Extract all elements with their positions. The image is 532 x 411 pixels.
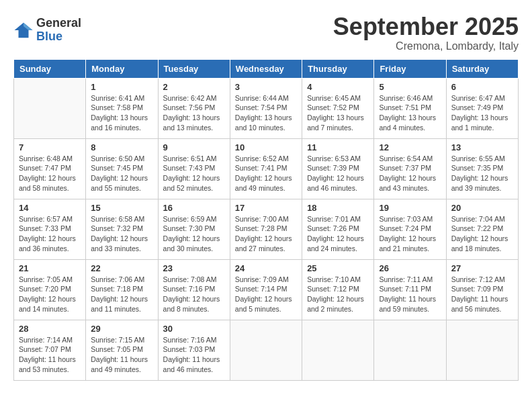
day-info: Sunrise: 7:16 AM Sunset: 7:03 PM Dayligh… [163, 335, 225, 375]
calendar-cell: 23Sunrise: 7:08 AM Sunset: 7:16 PM Dayli… [158, 259, 230, 320]
calendar-cell: 10Sunrise: 6:52 AM Sunset: 7:41 PM Dayli… [230, 138, 302, 199]
day-info: Sunrise: 6:57 AM Sunset: 7:33 PM Dayligh… [19, 214, 81, 254]
day-number: 8 [91, 142, 152, 152]
day-info: Sunrise: 7:11 AM Sunset: 7:11 PM Dayligh… [379, 275, 441, 314]
calendar-cell: 16Sunrise: 6:59 AM Sunset: 7:30 PM Dayli… [158, 199, 230, 259]
day-info: Sunrise: 7:08 AM Sunset: 7:16 PM Dayligh… [163, 275, 225, 314]
calendar-cell [230, 320, 302, 380]
day-info: Sunrise: 7:14 AM Sunset: 7:07 PM Dayligh… [19, 335, 81, 375]
day-number: 18 [307, 203, 369, 213]
calendar-cell: 20Sunrise: 7:04 AM Sunset: 7:22 PM Dayli… [446, 199, 518, 259]
header-row: SundayMondayTuesdayWednesdayThursdayFrid… [14, 59, 519, 78]
day-number: 3 [235, 82, 297, 92]
calendar-cell: 4Sunrise: 6:45 AM Sunset: 7:52 PM Daylig… [302, 78, 374, 138]
day-number: 21 [19, 263, 81, 273]
weekday-header-sunday: Sunday [14, 59, 86, 78]
day-number: 25 [307, 263, 369, 273]
calendar-cell: 9Sunrise: 6:51 AM Sunset: 7:43 PM Daylig… [158, 138, 230, 199]
day-info: Sunrise: 7:09 AM Sunset: 7:14 PM Dayligh… [235, 275, 297, 314]
weekday-header-friday: Friday [374, 59, 446, 78]
day-number: 28 [19, 324, 81, 334]
day-info: Sunrise: 7:00 AM Sunset: 7:28 PM Dayligh… [235, 214, 297, 254]
day-info: Sunrise: 6:58 AM Sunset: 7:32 PM Dayligh… [91, 214, 152, 254]
day-number: 6 [451, 82, 513, 92]
day-number: 20 [451, 203, 513, 213]
day-number: 9 [163, 142, 225, 152]
day-number: 30 [163, 324, 225, 334]
day-number: 23 [163, 263, 225, 273]
day-number: 29 [91, 324, 152, 334]
calendar-cell: 15Sunrise: 6:58 AM Sunset: 7:32 PM Dayli… [86, 199, 158, 259]
title-section: September 2025 Cremona, Lombardy, Italy [333, 13, 519, 52]
day-info: Sunrise: 6:51 AM Sunset: 7:43 PM Dayligh… [163, 154, 225, 193]
page-header: General Blue September 2025 Cremona, Lom… [13, 13, 519, 52]
day-number: 12 [379, 142, 441, 152]
day-info: Sunrise: 7:05 AM Sunset: 7:20 PM Dayligh… [19, 275, 81, 314]
day-info: Sunrise: 7:12 AM Sunset: 7:09 PM Dayligh… [451, 275, 513, 314]
day-number: 26 [379, 263, 441, 273]
day-number: 10 [235, 142, 297, 152]
calendar-cell: 22Sunrise: 7:06 AM Sunset: 7:18 PM Dayli… [86, 259, 158, 320]
weekday-header-saturday: Saturday [446, 59, 518, 78]
day-info: Sunrise: 6:41 AM Sunset: 7:58 PM Dayligh… [91, 93, 152, 133]
day-number: 15 [91, 203, 152, 213]
calendar-cell: 13Sunrise: 6:55 AM Sunset: 7:35 PM Dayli… [446, 138, 518, 199]
day-number: 2 [163, 82, 225, 92]
calendar-cell: 1Sunrise: 6:41 AM Sunset: 7:58 PM Daylig… [86, 78, 158, 138]
day-number: 5 [379, 82, 441, 92]
calendar-cell [446, 320, 518, 380]
calendar-cell: 6Sunrise: 6:47 AM Sunset: 7:49 PM Daylig… [446, 78, 518, 138]
day-info: Sunrise: 7:15 AM Sunset: 7:05 PM Dayligh… [91, 335, 152, 375]
weekday-header-wednesday: Wednesday [230, 59, 302, 78]
logo: General Blue [13, 17, 81, 44]
calendar-cell [374, 320, 446, 380]
day-info: Sunrise: 6:55 AM Sunset: 7:35 PM Dayligh… [451, 154, 513, 193]
calendar-cell: 29Sunrise: 7:15 AM Sunset: 7:05 PM Dayli… [86, 320, 158, 380]
calendar-body: 1Sunrise: 6:41 AM Sunset: 7:58 PM Daylig… [14, 78, 519, 380]
weekday-header-tuesday: Tuesday [158, 59, 230, 78]
calendar-cell: 27Sunrise: 7:12 AM Sunset: 7:09 PM Dayli… [446, 259, 518, 320]
day-number: 7 [19, 142, 81, 152]
day-number: 13 [451, 142, 513, 152]
calendar-cell: 8Sunrise: 6:50 AM Sunset: 7:45 PM Daylig… [86, 138, 158, 199]
calendar-week-5: 28Sunrise: 7:14 AM Sunset: 7:07 PM Dayli… [14, 320, 519, 380]
calendar-cell: 30Sunrise: 7:16 AM Sunset: 7:03 PM Dayli… [158, 320, 230, 380]
calendar-cell: 17Sunrise: 7:00 AM Sunset: 7:28 PM Dayli… [230, 199, 302, 259]
calendar-cell: 7Sunrise: 6:48 AM Sunset: 7:47 PM Daylig… [14, 138, 86, 199]
calendar-week-4: 21Sunrise: 7:05 AM Sunset: 7:20 PM Dayli… [14, 259, 519, 320]
day-number: 27 [451, 263, 513, 273]
calendar-cell: 12Sunrise: 6:54 AM Sunset: 7:37 PM Dayli… [374, 138, 446, 199]
day-number: 24 [235, 263, 297, 273]
calendar-header: SundayMondayTuesdayWednesdayThursdayFrid… [14, 59, 519, 78]
calendar-week-3: 14Sunrise: 6:57 AM Sunset: 7:33 PM Dayli… [14, 199, 519, 259]
day-info: Sunrise: 6:48 AM Sunset: 7:47 PM Dayligh… [19, 154, 81, 193]
day-info: Sunrise: 6:46 AM Sunset: 7:51 PM Dayligh… [379, 93, 441, 133]
calendar-cell: 5Sunrise: 6:46 AM Sunset: 7:51 PM Daylig… [374, 78, 446, 138]
calendar-cell [14, 78, 86, 138]
calendar-cell: 18Sunrise: 7:01 AM Sunset: 7:26 PM Dayli… [302, 199, 374, 259]
calendar-cell: 2Sunrise: 6:42 AM Sunset: 7:56 PM Daylig… [158, 78, 230, 138]
day-info: Sunrise: 6:50 AM Sunset: 7:45 PM Dayligh… [91, 154, 152, 193]
calendar-week-1: 1Sunrise: 6:41 AM Sunset: 7:58 PM Daylig… [14, 78, 519, 138]
day-info: Sunrise: 6:45 AM Sunset: 7:52 PM Dayligh… [307, 93, 369, 133]
calendar-cell: 11Sunrise: 6:53 AM Sunset: 7:39 PM Dayli… [302, 138, 374, 199]
logo-icon [13, 20, 34, 40]
day-info: Sunrise: 7:04 AM Sunset: 7:22 PM Dayligh… [451, 214, 513, 254]
day-number: 4 [307, 82, 369, 92]
day-number: 17 [235, 203, 297, 213]
calendar-table: SundayMondayTuesdayWednesdayThursdayFrid… [13, 59, 519, 381]
day-info: Sunrise: 6:47 AM Sunset: 7:49 PM Dayligh… [451, 93, 513, 133]
weekday-header-monday: Monday [86, 59, 158, 78]
day-info: Sunrise: 6:44 AM Sunset: 7:54 PM Dayligh… [235, 93, 297, 133]
day-info: Sunrise: 7:10 AM Sunset: 7:12 PM Dayligh… [307, 275, 369, 314]
calendar-cell: 24Sunrise: 7:09 AM Sunset: 7:14 PM Dayli… [230, 259, 302, 320]
day-info: Sunrise: 7:03 AM Sunset: 7:24 PM Dayligh… [379, 214, 441, 254]
day-info: Sunrise: 6:52 AM Sunset: 7:41 PM Dayligh… [235, 154, 297, 193]
day-number: 11 [307, 142, 369, 152]
calendar-cell [302, 320, 374, 380]
calendar-cell: 3Sunrise: 6:44 AM Sunset: 7:54 PM Daylig… [230, 78, 302, 138]
day-info: Sunrise: 6:54 AM Sunset: 7:37 PM Dayligh… [379, 154, 441, 193]
calendar-cell: 19Sunrise: 7:03 AM Sunset: 7:24 PM Dayli… [374, 199, 446, 259]
day-number: 19 [379, 203, 441, 213]
calendar-cell: 26Sunrise: 7:11 AM Sunset: 7:11 PM Dayli… [374, 259, 446, 320]
